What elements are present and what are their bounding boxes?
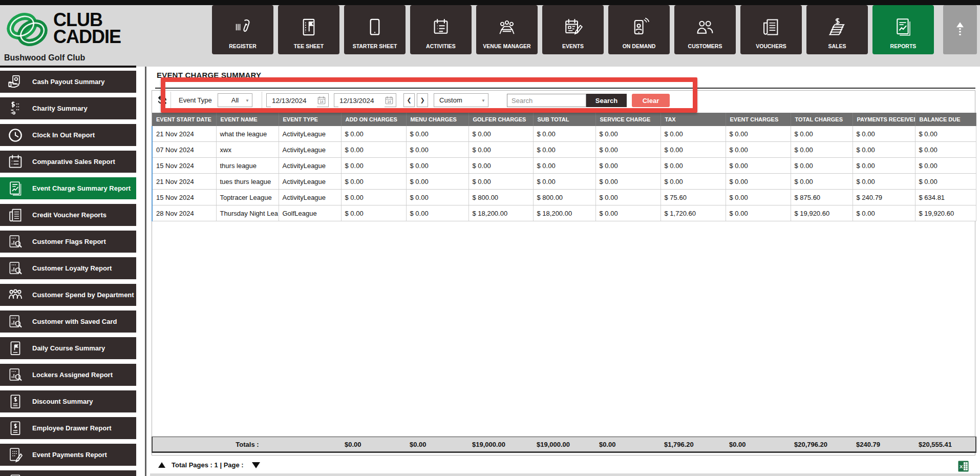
column-header-total-charges[interactable]: TOTAL CHARGES <box>791 113 853 126</box>
nav-sales[interactable]: SALES <box>806 5 868 54</box>
sidebar-divider <box>0 66 136 68</box>
svg-text:14: 14 <box>319 100 324 104</box>
nav-tee-sheet[interactable]: TEE SHEET <box>278 5 339 54</box>
event-type-value: All <box>231 96 239 104</box>
next-range-button[interactable]: ❯ <box>417 93 428 107</box>
chevron-down-icon: ▼ <box>481 98 485 103</box>
sidebar-item-event-payments-report[interactable]: Event Payments Report <box>0 444 136 466</box>
sidebar-item-employee-drawer-report[interactable]: Employee Drawer Report <box>0 417 136 439</box>
clear-button[interactable]: Clear <box>632 94 670 107</box>
sidebar-item-customer-with-saved-card[interactable]: Customer with Saved Card <box>0 311 136 333</box>
table-row-3[interactable]: 15 Nov 2024thurs leagueActivityLeague$ 0… <box>152 158 976 174</box>
nav-vouchers[interactable]: VOUCHERS <box>740 5 802 54</box>
nav-activities[interactable]: ACTIVITIES <box>410 5 472 54</box>
search-button[interactable]: Search <box>586 94 627 107</box>
refresh-icon[interactable] <box>156 94 168 107</box>
totals-value: $19,000.00 <box>468 437 533 452</box>
sidebar-item-daily-course-summary[interactable]: Daily Course Summary <box>0 337 136 359</box>
column-header-balance-due[interactable]: BALANCE DUE <box>915 113 976 126</box>
cell: Thursday Night Lea <box>216 205 279 221</box>
table-row-2[interactable]: 07 Nov 2024xwxActivityLeague$ 0.00$ 0.00… <box>152 142 976 158</box>
doc-chart-magnifier-icon <box>7 233 24 251</box>
cell: $ 0.00 <box>853 205 915 221</box>
sidebar-item-comparative-sales-report[interactable]: Comparative Sales Report <box>0 151 136 173</box>
cell: $ 0.00 <box>726 158 791 174</box>
sidebar-item-credit-voucher-reports[interactable]: Credit Voucher Reports <box>0 204 136 226</box>
column-header-event-start-date[interactable]: EVENT START DATE <box>152 113 216 126</box>
nav-register[interactable]: REGISTER <box>212 5 273 54</box>
search-input[interactable] <box>507 94 586 107</box>
calendar-icon[interactable]: 14 <box>317 96 326 105</box>
table-row-5[interactable]: 15 Nov 2024Toptracer LeagueActivityLeagu… <box>152 190 976 205</box>
nav-events[interactable]: EVENTS <box>542 5 604 54</box>
column-header-event-type[interactable]: EVENT TYPE <box>279 113 341 126</box>
totals-value: $0.00 <box>595 437 661 452</box>
cell: $ 0.00 <box>791 158 853 174</box>
customers-icon <box>694 16 716 38</box>
sidebar-item-event-charge-summary-report[interactable]: Event Charge Summary Report <box>0 177 136 199</box>
column-header-service-charge[interactable]: SERVICE CHARGE <box>595 113 661 126</box>
column-header-event-name[interactable]: EVENT NAME <box>216 113 279 126</box>
date-to-field[interactable]: 14 <box>334 93 396 107</box>
page-up-icon[interactable] <box>158 462 165 468</box>
date-from-field[interactable]: 14 <box>266 93 329 107</box>
column-header-menu-charges[interactable]: MENU CHARGES <box>406 113 468 126</box>
column-header-add-on-charges[interactable]: ADD ON CHARGES <box>341 113 406 126</box>
column-header-sub-total[interactable]: SUB TOTAL <box>533 113 595 126</box>
sidebar-item-clock-in-out-report[interactable]: Clock In Out Report <box>0 124 136 146</box>
table-row-4[interactable]: 21 Nov 2024tues thurs leagueActivityLeag… <box>152 174 976 190</box>
cell: $ 0.00 <box>661 174 726 190</box>
sidebar-item-charity-summary[interactable]: Charity Summary <box>0 97 136 119</box>
people-icon <box>7 286 24 304</box>
nav-reports-active[interactable]: REPORTS <box>872 5 934 54</box>
cell: $ 800.00 <box>533 190 595 205</box>
date-to-input[interactable] <box>338 94 385 107</box>
totals-value: $0.00 <box>341 437 406 452</box>
cell: Toptracer League <box>216 190 279 205</box>
sidebar-scrollbar[interactable] <box>145 67 146 476</box>
sidebar-item-lockers-assigned-report[interactable]: Lockers Assigned Report <box>0 364 136 386</box>
title-underline <box>155 88 975 89</box>
filter-divider <box>262 92 262 109</box>
date-range-select[interactable]: Custom ▼ <box>434 93 488 107</box>
scroll-top-button[interactable] <box>943 5 977 54</box>
totals-label: Totals : <box>216 437 279 452</box>
nav-on-demand[interactable]: ON DEMAND <box>608 5 670 54</box>
nav-label: SALES <box>828 43 846 49</box>
sidebar-item-label: Daily Course Summary <box>32 344 105 352</box>
sidebar-item-customer-spend-by-department[interactable]: Customer Spend by Department <box>0 284 136 306</box>
top-black-strip <box>0 0 980 5</box>
sidebar-item-customer-loyalty-report[interactable]: Customer Loyalty Report <box>0 257 136 279</box>
calendar-icon[interactable]: 14 <box>385 96 394 105</box>
sidebar-item-cash-payout-summary[interactable]: Cash Payout Summary <box>0 71 136 93</box>
previous-range-button[interactable]: ❮ <box>403 93 415 107</box>
nav-starter-sheet[interactable]: STARTER SHEET <box>344 5 406 54</box>
column-header-event-charges[interactable]: EVENT CHARGES <box>726 113 791 126</box>
cell: $ 0.00 <box>595 205 661 221</box>
nav-customers[interactable]: CUSTOMERS <box>674 5 736 54</box>
export-excel-icon[interactable]: X <box>958 460 969 473</box>
sidebar-item-customer-flags-report[interactable]: Customer Flags Report <box>0 231 136 253</box>
cell: $ 0.00 <box>595 126 661 142</box>
column-header-golfer-charges[interactable]: GOLFER CHARGES <box>468 113 533 126</box>
event-type-select[interactable]: All ▼ <box>218 93 252 107</box>
sidebar-item-label: Credit Voucher Reports <box>32 211 106 219</box>
sales-icon <box>826 16 848 38</box>
page-select-dropdown-icon[interactable] <box>252 462 260 468</box>
cell: $ 18,200.00 <box>533 205 595 221</box>
sidebar-item-discount-summary[interactable]: Discount Summary <box>0 390 136 412</box>
cell: $ 240.79 <box>853 190 915 205</box>
table-row-1[interactable]: 21 Nov 2024what the leagueActivityLeague… <box>152 126 976 142</box>
nav-label: CUSTOMERS <box>688 43 722 49</box>
date-from-input[interactable] <box>271 94 317 107</box>
column-header-payments-received[interactable]: PAYMENTS RECEIVED <box>853 113 915 126</box>
cell: ActivityLeague <box>279 126 341 142</box>
doc-chart-magnifier-icon <box>7 313 24 330</box>
table-row-6[interactable]: 28 Nov 2024Thursday Night LeaGolfLeague$… <box>152 205 976 221</box>
nav-venue-manager[interactable]: VENUE MANAGER <box>476 5 538 54</box>
column-header-tax[interactable]: TAX <box>661 113 726 126</box>
sidebar-item-item[interactable] <box>0 470 136 476</box>
cell: $ 0.00 <box>406 126 468 142</box>
cell: $ 800.00 <box>468 190 533 205</box>
cell: xwx <box>216 142 279 158</box>
